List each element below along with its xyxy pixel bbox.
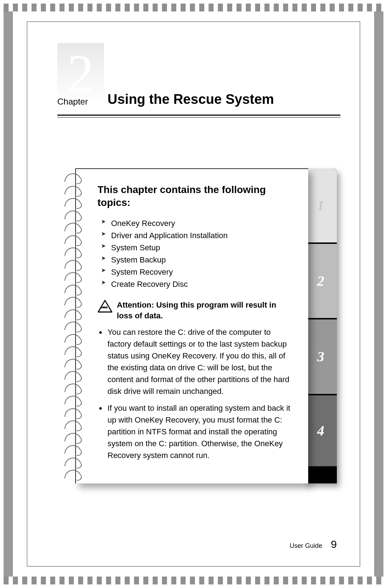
attention-block: Attention: Using this program will resul… (97, 300, 294, 321)
spiral-ring (64, 445, 82, 454)
spiral-ring (64, 322, 82, 330)
frame-left (4, 4, 13, 584)
frame-top (4, 4, 383, 11)
tab-4[interactable]: 4 (305, 395, 337, 468)
frame-bottom (4, 577, 383, 584)
spiral-ring (64, 470, 82, 478)
spiral-ring (64, 247, 82, 256)
chapter-number: 2 (67, 43, 94, 104)
svg-marker-0 (98, 300, 112, 312)
spiral-ring (64, 272, 82, 281)
spiral-binding (64, 173, 85, 478)
note-item: You can restore the C: drive of the comp… (97, 326, 294, 397)
chapter-number-box: 2 (57, 43, 104, 104)
note-page: This chapter contains the following topi… (75, 168, 308, 483)
tab-spine (305, 468, 337, 483)
spiral-ring (64, 297, 82, 305)
spiral-ring (64, 433, 82, 442)
tab-1[interactable]: 1 (305, 168, 337, 244)
spiral-ring (64, 211, 82, 219)
chapter-title: Using the Rescue System (108, 92, 274, 107)
topic-item: System Backup (101, 254, 294, 266)
topic-item: OneKey Recovery (101, 217, 294, 230)
page-footer: User Guide 9 (290, 538, 337, 550)
tab-3[interactable]: 3 (305, 319, 337, 395)
footer-label: User Guide (290, 542, 322, 550)
spiral-ring (64, 186, 82, 194)
spiral-ring (64, 359, 82, 367)
note-item: If you want to install an operating syst… (97, 402, 294, 461)
topic-item: Create Recovery Disc (101, 278, 294, 290)
notes-list: You can restore the C: drive of the comp… (97, 326, 294, 461)
warning-icon (97, 300, 113, 313)
tab-2[interactable]: 2 (305, 244, 337, 319)
spiral-ring (64, 396, 82, 404)
spiral-ring (64, 458, 82, 466)
attention-text: Attention: Using this program will resul… (117, 300, 294, 321)
spiral-ring (64, 173, 82, 182)
spiral-ring (64, 408, 82, 417)
spiral-ring (64, 285, 82, 293)
spiral-ring (64, 223, 82, 231)
topic-item: System Setup (101, 242, 294, 254)
spiral-ring (64, 334, 82, 343)
notebook: 1 2 3 4 This chapter contains the follow… (57, 168, 337, 483)
spiral-ring (64, 198, 82, 207)
page-number: 9 (331, 538, 337, 550)
title-rule (57, 115, 340, 117)
topic-item: System Recovery (101, 266, 294, 278)
topic-item: Driver and Application Installation (101, 230, 294, 242)
frame-right (374, 4, 383, 584)
spiral-ring (64, 346, 82, 355)
spiral-ring (64, 309, 82, 318)
spiral-ring (64, 384, 82, 392)
spiral-ring (64, 260, 82, 269)
chapter-label: Chapter (57, 97, 88, 107)
section-tabs: 1 2 3 4 (305, 168, 337, 483)
spiral-ring (64, 235, 82, 244)
spiral-ring (64, 371, 82, 380)
topics-heading: This chapter contains the following topi… (97, 183, 294, 209)
page-content: 2 Chapter Using the Rescue System 1 2 3 … (36, 29, 351, 559)
spiral-ring (64, 420, 82, 429)
topics-list: OneKey Recovery Driver and Application I… (101, 217, 294, 291)
